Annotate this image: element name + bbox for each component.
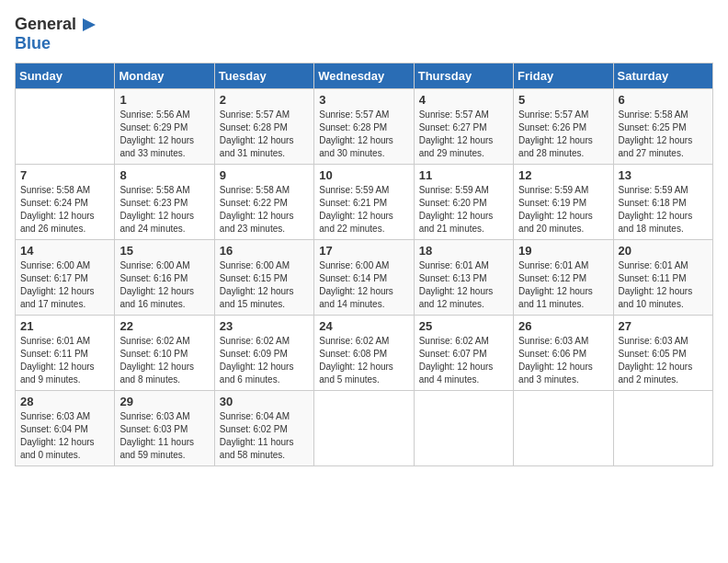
calendar-cell: 8Sunrise: 5:58 AM Sunset: 6:23 PM Daylig… <box>115 164 214 239</box>
cell-info: Sunrise: 5:56 AM Sunset: 6:29 PM Dayligh… <box>119 109 209 160</box>
day-number: 4 <box>419 93 508 107</box>
calendar-cell: 11Sunrise: 5:59 AM Sunset: 6:20 PM Dayli… <box>414 164 513 239</box>
cell-info: Sunrise: 5:59 AM Sunset: 6:19 PM Dayligh… <box>518 184 608 236</box>
calendar-cell: 26Sunrise: 6:03 AM Sunset: 6:06 PM Dayli… <box>514 315 613 390</box>
calendar-cell: 21Sunrise: 6:01 AM Sunset: 6:11 PM Dayli… <box>16 315 115 390</box>
cell-info: Sunrise: 6:01 AM Sunset: 6:13 PM Dayligh… <box>419 259 508 311</box>
cell-info: Sunrise: 6:00 AM Sunset: 6:14 PM Dayligh… <box>319 259 408 311</box>
header-cell-friday: Friday <box>514 63 613 88</box>
cell-info: Sunrise: 5:59 AM Sunset: 6:21 PM Dayligh… <box>319 184 408 236</box>
calendar-cell: 1Sunrise: 5:56 AM Sunset: 6:29 PM Daylig… <box>115 88 214 164</box>
header-cell-tuesday: Tuesday <box>214 63 313 88</box>
calendar-cell: 12Sunrise: 5:59 AM Sunset: 6:19 PM Dayli… <box>514 164 613 239</box>
cell-info: Sunrise: 6:00 AM Sunset: 6:17 PM Dayligh… <box>20 259 109 311</box>
header-cell-saturday: Saturday <box>613 63 712 88</box>
header-cell-sunday: Sunday <box>16 63 115 88</box>
day-number: 20 <box>619 244 708 258</box>
cell-info: Sunrise: 5:57 AM Sunset: 6:26 PM Dayligh… <box>518 109 608 160</box>
cell-info: Sunrise: 6:00 AM Sunset: 6:16 PM Dayligh… <box>119 259 209 311</box>
day-number: 21 <box>20 319 109 333</box>
calendar-cell: 3Sunrise: 5:57 AM Sunset: 6:28 PM Daylig… <box>314 88 414 164</box>
day-number: 25 <box>419 319 508 333</box>
day-number: 27 <box>619 319 708 333</box>
calendar-cell: 10Sunrise: 5:59 AM Sunset: 6:21 PM Dayli… <box>314 164 414 239</box>
cell-info: Sunrise: 6:03 AM Sunset: 6:03 PM Dayligh… <box>119 410 209 462</box>
calendar-cell: 23Sunrise: 6:02 AM Sunset: 6:09 PM Dayli… <box>214 315 313 390</box>
header-cell-wednesday: Wednesday <box>314 63 414 88</box>
day-number: 18 <box>419 244 508 258</box>
day-number: 14 <box>20 244 109 258</box>
cell-info: Sunrise: 6:03 AM Sunset: 6:05 PM Dayligh… <box>619 335 708 386</box>
week-row-0: 1Sunrise: 5:56 AM Sunset: 6:29 PM Daylig… <box>16 88 713 164</box>
calendar-cell: 6Sunrise: 5:58 AM Sunset: 6:25 PM Daylig… <box>613 88 712 164</box>
day-number: 10 <box>319 168 408 182</box>
day-number: 8 <box>119 168 209 182</box>
logo-text-general: General <box>15 16 76 34</box>
week-row-2: 14Sunrise: 6:00 AM Sunset: 6:17 PM Dayli… <box>16 239 713 315</box>
calendar-cell <box>16 88 115 164</box>
logo-container: General Blue <box>15 15 99 53</box>
cell-info: Sunrise: 6:02 AM Sunset: 6:07 PM Dayligh… <box>419 335 508 386</box>
calendar-cell: 14Sunrise: 6:00 AM Sunset: 6:17 PM Dayli… <box>16 239 115 315</box>
calendar-cell: 5Sunrise: 5:57 AM Sunset: 6:26 PM Daylig… <box>514 88 613 164</box>
cell-info: Sunrise: 6:01 AM Sunset: 6:11 PM Dayligh… <box>619 259 708 311</box>
cell-info: Sunrise: 5:57 AM Sunset: 6:28 PM Dayligh… <box>319 109 408 160</box>
day-number: 2 <box>220 93 309 107</box>
day-number: 16 <box>220 244 309 258</box>
calendar-cell: 22Sunrise: 6:02 AM Sunset: 6:10 PM Dayli… <box>115 315 214 390</box>
cell-info: Sunrise: 5:57 AM Sunset: 6:27 PM Dayligh… <box>419 109 508 160</box>
cell-info: Sunrise: 6:02 AM Sunset: 6:08 PM Dayligh… <box>319 335 408 386</box>
svg-marker-0 <box>83 18 96 31</box>
calendar-cell: 13Sunrise: 5:59 AM Sunset: 6:18 PM Dayli… <box>613 164 712 239</box>
calendar-cell: 29Sunrise: 6:03 AM Sunset: 6:03 PM Dayli… <box>115 390 214 465</box>
day-number: 26 <box>518 319 608 333</box>
calendar-cell: 9Sunrise: 5:58 AM Sunset: 6:22 PM Daylig… <box>214 164 313 239</box>
day-number: 30 <box>220 395 309 408</box>
calendar-cell: 18Sunrise: 6:01 AM Sunset: 6:13 PM Dayli… <box>414 239 513 315</box>
cell-info: Sunrise: 6:03 AM Sunset: 6:06 PM Dayligh… <box>518 335 608 386</box>
calendar-cell: 20Sunrise: 6:01 AM Sunset: 6:11 PM Dayli… <box>613 239 712 315</box>
day-number: 9 <box>220 168 309 182</box>
week-row-1: 7Sunrise: 5:58 AM Sunset: 6:24 PM Daylig… <box>16 164 713 239</box>
day-number: 29 <box>119 395 209 408</box>
header-cell-monday: Monday <box>115 63 214 88</box>
cell-info: Sunrise: 5:57 AM Sunset: 6:28 PM Dayligh… <box>220 109 309 160</box>
calendar-cell: 2Sunrise: 5:57 AM Sunset: 6:28 PM Daylig… <box>214 88 313 164</box>
cell-info: Sunrise: 6:04 AM Sunset: 6:02 PM Dayligh… <box>220 410 309 462</box>
day-number: 19 <box>518 244 608 258</box>
day-number: 23 <box>220 319 309 333</box>
calendar-cell <box>613 390 712 465</box>
day-number: 24 <box>319 319 408 333</box>
calendar-table: SundayMondayTuesdayWednesdayThursdayFrid… <box>15 63 713 466</box>
calendar-header-row: SundayMondayTuesdayWednesdayThursdayFrid… <box>16 63 713 88</box>
calendar-cell: 24Sunrise: 6:02 AM Sunset: 6:08 PM Dayli… <box>314 315 414 390</box>
header-cell-thursday: Thursday <box>414 63 513 88</box>
logo: General Blue <box>15 15 99 53</box>
calendar-body: 1Sunrise: 5:56 AM Sunset: 6:29 PM Daylig… <box>16 88 713 465</box>
cell-info: Sunrise: 6:02 AM Sunset: 6:10 PM Dayligh… <box>119 335 209 386</box>
calendar-cell: 28Sunrise: 6:03 AM Sunset: 6:04 PM Dayli… <box>16 390 115 465</box>
calendar-cell: 7Sunrise: 5:58 AM Sunset: 6:24 PM Daylig… <box>16 164 115 239</box>
calendar-cell: 17Sunrise: 6:00 AM Sunset: 6:14 PM Dayli… <box>314 239 414 315</box>
day-number: 3 <box>319 93 408 107</box>
day-number: 11 <box>419 168 508 182</box>
day-number: 28 <box>20 395 109 408</box>
cell-info: Sunrise: 6:01 AM Sunset: 6:12 PM Dayligh… <box>518 259 608 311</box>
cell-info: Sunrise: 6:03 AM Sunset: 6:04 PM Dayligh… <box>20 410 109 462</box>
calendar-cell: 16Sunrise: 6:00 AM Sunset: 6:15 PM Dayli… <box>214 239 313 315</box>
day-number: 1 <box>119 93 209 107</box>
calendar-cell: 25Sunrise: 6:02 AM Sunset: 6:07 PM Dayli… <box>414 315 513 390</box>
calendar-cell: 4Sunrise: 5:57 AM Sunset: 6:27 PM Daylig… <box>414 88 513 164</box>
day-number: 13 <box>619 168 708 182</box>
calendar-cell <box>314 390 414 465</box>
cell-info: Sunrise: 5:59 AM Sunset: 6:18 PM Dayligh… <box>619 184 708 236</box>
cell-info: Sunrise: 5:58 AM Sunset: 6:23 PM Dayligh… <box>119 184 209 236</box>
day-number: 12 <box>518 168 608 182</box>
calendar-cell <box>514 390 613 465</box>
cell-info: Sunrise: 5:59 AM Sunset: 6:20 PM Dayligh… <box>419 184 508 236</box>
cell-info: Sunrise: 5:58 AM Sunset: 6:22 PM Dayligh… <box>220 184 309 236</box>
cell-info: Sunrise: 6:00 AM Sunset: 6:15 PM Dayligh… <box>220 259 309 311</box>
cell-info: Sunrise: 5:58 AM Sunset: 6:25 PM Dayligh… <box>619 109 708 160</box>
cell-info: Sunrise: 5:58 AM Sunset: 6:24 PM Dayligh… <box>20 184 109 236</box>
day-number: 22 <box>119 319 209 333</box>
